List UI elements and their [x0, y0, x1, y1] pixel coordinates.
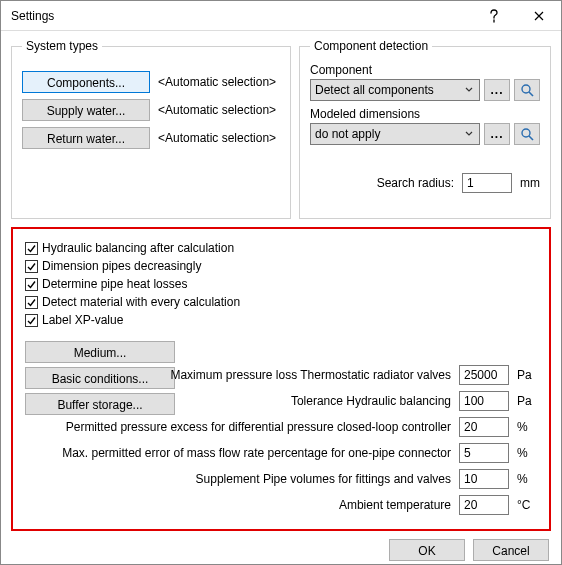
- ok-button[interactable]: OK: [389, 539, 465, 561]
- ellipsis-icon: ...: [490, 87, 503, 93]
- cb-row-xp: Label XP-value: [25, 312, 537, 328]
- dialog-buttons: OK Cancel: [11, 539, 551, 561]
- settings-dialog: Settings System types Components... <Aut…: [0, 0, 562, 565]
- chevron-down-icon: [461, 126, 477, 142]
- cb-label-xp: Label XP-value: [42, 312, 123, 328]
- component-search-button[interactable]: [514, 79, 540, 101]
- param-input-excess[interactable]: [459, 417, 509, 437]
- medium-button[interactable]: Medium...: [25, 341, 175, 363]
- modeled-combo[interactable]: do not apply: [310, 123, 480, 145]
- modeled-combo-value: do not apply: [315, 127, 380, 141]
- cb-row-hydraulic: Hydraulic balancing after calculation: [25, 240, 537, 256]
- modeled-search-button[interactable]: [514, 123, 540, 145]
- svg-point-2: [522, 129, 530, 137]
- cb-label-dimension: Dimension pipes decreasingly: [42, 258, 201, 274]
- component-combo-value: Detect all components: [315, 83, 434, 97]
- svg-point-0: [522, 85, 530, 93]
- search-radius-label: Search radius:: [377, 176, 454, 190]
- param-row-max-pressure: Maximum pressure loss Thermostatic radia…: [25, 365, 537, 385]
- return-water-button[interactable]: Return water...: [22, 127, 150, 149]
- titlebar: Settings: [1, 1, 561, 31]
- param-label: Ambient temperature: [339, 498, 451, 512]
- magnifier-icon: [520, 127, 534, 141]
- ellipsis-icon: ...: [490, 131, 503, 137]
- return-selection-label: <Automatic selection>: [158, 131, 276, 145]
- close-button[interactable]: [516, 1, 561, 31]
- param-row-massflow: Max. permitted error of mass flow rate p…: [25, 443, 537, 463]
- system-types-legend: System types: [22, 39, 102, 53]
- component-detection-group: Component detection Component Detect all…: [299, 39, 551, 219]
- param-label: Maximum pressure loss Thermostatic radia…: [170, 368, 451, 382]
- param-input-max-pressure[interactable]: [459, 365, 509, 385]
- svg-line-1: [529, 92, 533, 96]
- highlighted-options-area: Hydraulic balancing after calculation Di…: [11, 227, 551, 531]
- supply-selection-label: <Automatic selection>: [158, 103, 276, 117]
- components-button[interactable]: Components...: [22, 71, 150, 93]
- param-input-supplement[interactable]: [459, 469, 509, 489]
- checkbox-xp[interactable]: [25, 314, 38, 327]
- param-input-ambient[interactable]: [459, 495, 509, 515]
- param-row-excess: Permitted pressure excess for differenti…: [25, 417, 537, 437]
- param-row-tolerance: Tolerance Hydraulic balancing Pa: [25, 391, 537, 411]
- param-row-supplement: Supplement Pipe volumes for fittings and…: [25, 469, 537, 489]
- cb-label-material: Detect material with every calculation: [42, 294, 240, 310]
- help-icon: [489, 9, 499, 23]
- system-row-supply: Supply water... <Automatic selection>: [22, 99, 280, 121]
- param-row-ambient: Ambient temperature °C: [25, 495, 537, 515]
- checkbox-heatloss[interactable]: [25, 278, 38, 291]
- component-row: Detect all components ...: [310, 79, 540, 101]
- supply-water-button[interactable]: Supply water...: [22, 99, 150, 121]
- param-unit: Pa: [517, 368, 537, 382]
- component-browse-button[interactable]: ...: [484, 79, 510, 101]
- top-row: System types Components... <Automatic se…: [11, 39, 551, 219]
- checkbox-hydraulic[interactable]: [25, 242, 38, 255]
- system-row-components: Components... <Automatic selection>: [22, 71, 280, 93]
- cb-row-material: Detect material with every calculation: [25, 294, 537, 310]
- param-label: Max. permitted error of mass flow rate p…: [62, 446, 451, 460]
- cb-row-dimension: Dimension pipes decreasingly: [25, 258, 537, 274]
- param-unit: %: [517, 472, 537, 486]
- cb-label-heatloss: Determine pipe heat losses: [42, 276, 187, 292]
- search-radius-unit: mm: [520, 176, 540, 190]
- param-unit: Pa: [517, 394, 537, 408]
- parameters-area: Maximum pressure loss Thermostatic radia…: [25, 365, 537, 515]
- cb-label-hydraulic: Hydraulic balancing after calculation: [42, 240, 234, 256]
- param-unit: %: [517, 420, 537, 434]
- modeled-browse-button[interactable]: ...: [484, 123, 510, 145]
- component-combo[interactable]: Detect all components: [310, 79, 480, 101]
- param-unit: %: [517, 446, 537, 460]
- chevron-down-icon: [461, 82, 477, 98]
- window-title: Settings: [11, 9, 471, 23]
- param-unit: °C: [517, 498, 537, 512]
- component-label: Component: [310, 63, 540, 77]
- checkbox-dimension[interactable]: [25, 260, 38, 273]
- help-button[interactable]: [471, 1, 516, 31]
- search-radius-input[interactable]: [462, 173, 512, 193]
- modeled-row: do not apply ...: [310, 123, 540, 145]
- modeled-label: Modeled dimensions: [310, 107, 540, 121]
- cb-row-heatloss: Determine pipe heat losses: [25, 276, 537, 292]
- system-row-return: Return water... <Automatic selection>: [22, 127, 280, 149]
- param-label: Supplement Pipe volumes for fittings and…: [196, 472, 451, 486]
- components-selection-label: <Automatic selection>: [158, 75, 276, 89]
- cancel-button[interactable]: Cancel: [473, 539, 549, 561]
- dialog-body: System types Components... <Automatic se…: [1, 31, 561, 565]
- component-detection-legend: Component detection: [310, 39, 432, 53]
- checkbox-material[interactable]: [25, 296, 38, 309]
- system-types-group: System types Components... <Automatic se…: [11, 39, 291, 219]
- close-icon: [534, 11, 544, 21]
- magnifier-icon: [520, 83, 534, 97]
- param-label: Tolerance Hydraulic balancing: [291, 394, 451, 408]
- param-input-massflow[interactable]: [459, 443, 509, 463]
- param-input-tolerance[interactable]: [459, 391, 509, 411]
- svg-line-3: [529, 136, 533, 140]
- param-label: Permitted pressure excess for differenti…: [66, 420, 451, 434]
- search-radius-row: Search radius: mm: [310, 173, 540, 193]
